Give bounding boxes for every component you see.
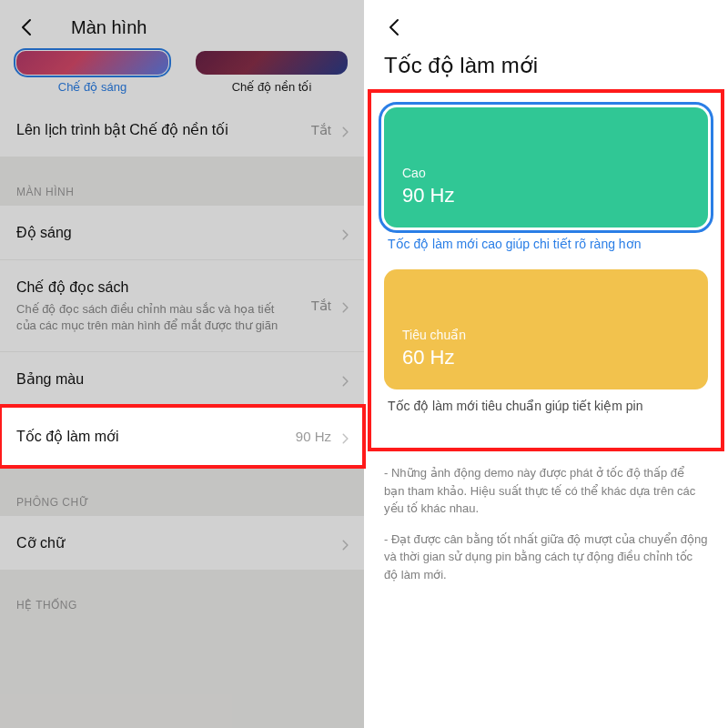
option-hz: 60 Hz bbox=[402, 346, 690, 369]
chevron-right-icon bbox=[339, 375, 348, 384]
row-label: Chế độ đọc sách bbox=[16, 278, 311, 296]
row-refresh-rate[interactable]: Tốc độ làm mới 90 Hz bbox=[0, 406, 364, 467]
theme-light-label: Chế độ sáng bbox=[58, 80, 126, 94]
row-label: Cỡ chữ bbox=[16, 534, 65, 551]
settings-display-screen: Màn hình Chế độ sáng Chế độ nền tối Lên … bbox=[0, 0, 364, 728]
refresh-rate-screen: Tốc độ làm mới Cao 90 Hz Tốc độ làm mới … bbox=[364, 0, 728, 728]
chevron-right-icon bbox=[339, 126, 348, 135]
option-standard-caption: Tốc độ làm mới tiêu chuẩn giúp tiết kiệm… bbox=[388, 399, 704, 413]
row-brightness[interactable]: Độ sáng bbox=[0, 206, 364, 259]
theme-light[interactable]: Chế độ sáng bbox=[16, 51, 168, 94]
row-trailing: Tắt bbox=[311, 298, 348, 314]
theme-dark-label: Chế độ nền tối bbox=[232, 80, 312, 94]
row-text: Chế độ đọc sách Chế độ đọc sách điều chỉ… bbox=[16, 278, 311, 333]
option-standard[interactable]: Tiêu chuẩn 60 Hz bbox=[384, 269, 708, 389]
back-icon[interactable] bbox=[16, 16, 38, 38]
chevron-right-icon bbox=[339, 228, 348, 238]
right-header: Tốc độ làm mới bbox=[364, 0, 728, 78]
option-high[interactable]: Cao 90 Hz bbox=[384, 107, 708, 228]
row-label: Độ sáng bbox=[16, 224, 72, 241]
row-reading-mode[interactable]: Chế độ đọc sách Chế độ đọc sách điều chỉ… bbox=[0, 260, 364, 351]
row-label: Tốc độ làm mới bbox=[16, 428, 119, 445]
note-text: - Đạt được cân bằng tốt nhất giữa độ mượ… bbox=[384, 531, 708, 584]
left-header: Màn hình bbox=[0, 0, 364, 46]
section-gap bbox=[0, 157, 364, 182]
row-label: Bảng màu bbox=[16, 370, 84, 388]
page-title: Màn hình bbox=[71, 17, 348, 38]
row-label: Lên lịch trình bật Chế độ nền tối bbox=[16, 121, 228, 138]
note-text: - Những ảnh động demo này được phát ở tố… bbox=[384, 464, 708, 518]
section-gap bbox=[0, 570, 364, 595]
row-font-size[interactable]: Cỡ chữ bbox=[0, 516, 364, 570]
chevron-right-icon bbox=[339, 539, 348, 548]
option-hz: 90 Hz bbox=[402, 184, 690, 207]
refresh-rate-options: Cao 90 Hz Tốc độ làm mới cao giúp chi ti… bbox=[369, 91, 723, 450]
chevron-right-icon bbox=[339, 432, 348, 441]
theme-light-thumb bbox=[16, 51, 168, 75]
notes: - Những ảnh động demo này được phát ở tố… bbox=[364, 459, 728, 602]
row-trailing: Tắt bbox=[311, 122, 348, 138]
chevron-right-icon bbox=[339, 301, 348, 310]
option-name: Tiêu chuẩn bbox=[402, 328, 690, 342]
theme-dark[interactable]: Chế độ nền tối bbox=[196, 51, 348, 94]
row-subtitle: Chế độ đọc sách điều chỉnh màu sắc và họ… bbox=[16, 301, 289, 333]
theme-dark-thumb bbox=[196, 51, 348, 75]
option-name: Cao bbox=[402, 166, 690, 180]
row-dark-schedule[interactable]: Lên lịch trình bật Chế độ nền tối Tắt bbox=[0, 103, 364, 157]
page-title: Tốc độ làm mới bbox=[384, 53, 708, 78]
row-color-palette[interactable]: Bảng màu bbox=[0, 352, 364, 406]
row-value: 90 Hz bbox=[296, 429, 331, 444]
row-value: Tắt bbox=[311, 122, 331, 138]
section-header-screen: MÀN HÌNH bbox=[0, 182, 364, 206]
back-icon[interactable] bbox=[384, 16, 406, 38]
section-gap bbox=[0, 467, 364, 492]
option-high-caption: Tốc độ làm mới cao giúp chi tiết rõ ràng… bbox=[388, 237, 704, 251]
section-header-font: PHÔNG CHỮ bbox=[0, 492, 364, 516]
theme-selector: Chế độ sáng Chế độ nền tối bbox=[0, 46, 364, 103]
row-value: Tắt bbox=[311, 298, 331, 314]
section-header-system: HỆ THỐNG bbox=[0, 595, 364, 619]
row-trailing: 90 Hz bbox=[296, 429, 348, 444]
